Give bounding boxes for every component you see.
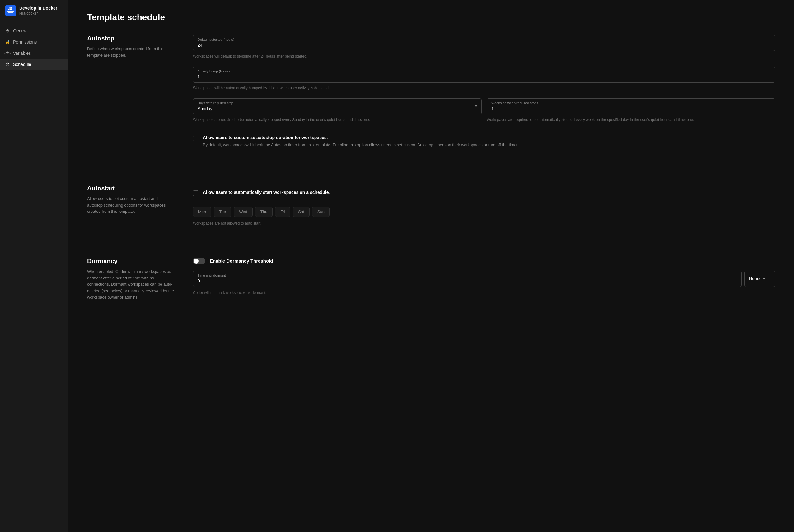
sidebar-item-label-variables: Variables — [13, 51, 31, 56]
code-icon: </> — [5, 51, 10, 56]
days-required-stop-inner: Days with required stop Sunday — [197, 101, 475, 111]
day-mon-button[interactable]: Mon — [193, 207, 211, 217]
sidebar-item-label-permissions: Permissions — [13, 39, 37, 44]
toggle-knob — [194, 259, 199, 264]
customize-autostop-label-block: Allow users to customize autostop durati… — [203, 135, 519, 148]
allow-autostart-checkbox[interactable] — [193, 190, 198, 196]
allow-autostart-row: Allow users to automatically start works… — [193, 185, 775, 202]
autostart-title: Autostart — [87, 185, 174, 192]
sidebar: Develop in Docker kira-docker ⚙ General … — [0, 0, 69, 532]
weeks-between-field: Weeks between required stops Workspaces … — [487, 98, 775, 122]
days-required-stop-label: Days with required stop — [197, 101, 475, 105]
customize-autostop-checkbox[interactable] — [193, 136, 198, 141]
dormancy-unit-value: Hours — [749, 276, 760, 281]
day-tue-button[interactable]: Tue — [214, 207, 231, 217]
autostart-days: Mon Tue Wed Thu Fri Sat Sun — [193, 207, 775, 217]
default-autostop-hint: Workspaces will default to stopping afte… — [193, 54, 775, 59]
day-sat-button[interactable]: Sat — [293, 207, 309, 217]
activity-bump-field: Activity bump (hours) Workspaces will be… — [193, 66, 775, 91]
autostop-title: Autostop — [87, 35, 174, 42]
dormancy-desc: When enabled, Coder will mark workspaces… — [87, 268, 174, 301]
days-required-hint: Workspaces are required to be automatica… — [193, 117, 481, 122]
dormancy-time-input[interactable] — [197, 279, 737, 283]
customize-autostop-title: Allow users to customize autostop durati… — [203, 135, 519, 140]
sidebar-item-label-schedule: Schedule — [13, 62, 31, 67]
sidebar-nav: ⚙ General 🔒 Permissions </> Variables ⏱ … — [0, 21, 68, 74]
dormancy-section: Dormancy When enabled, Coder will mark w… — [87, 258, 775, 313]
activity-bump-hint: Workspaces will be automatically bumped … — [193, 85, 775, 91]
weeks-between-label: Weeks between required stops — [491, 101, 771, 105]
day-sun-button[interactable]: Sun — [312, 207, 330, 217]
dormancy-title: Dormancy — [87, 258, 174, 265]
days-required-stop-select[interactable]: Days with required stop Sunday ▾ — [193, 98, 481, 114]
dormancy-toggle[interactable] — [193, 258, 205, 264]
autostop-section-left: Autostop Define when workspaces created … — [87, 35, 174, 153]
stop-schedule-row: Days with required stop Sunday ▾ Workspa… — [193, 98, 775, 122]
weeks-between-wrapper: Weeks between required stops — [487, 98, 775, 114]
days-required-stop-value: Sunday — [197, 106, 475, 111]
customize-autostop-desc: By default, workspaces will inherit the … — [203, 142, 519, 148]
activity-bump-wrapper: Activity bump (hours) — [193, 66, 775, 83]
day-wed-button[interactable]: Wed — [234, 207, 253, 217]
dormancy-time-label: Time until dormant — [197, 273, 737, 277]
activity-bump-input[interactable] — [197, 74, 771, 79]
main-content: Template schedule Autostop Define when w… — [69, 0, 794, 532]
default-autostop-input[interactable] — [197, 43, 771, 48]
autostart-not-allowed-hint: Workspaces are not allowed to auto start… — [193, 221, 775, 226]
gear-icon: ⚙ — [5, 28, 10, 33]
clock-icon: ⏱ — [5, 62, 10, 67]
autostart-section-right: Allow users to automatically start works… — [193, 185, 775, 226]
svg-rect-5 — [11, 7, 13, 9]
dormancy-toggle-label: Enable Dormancy Threshold — [210, 258, 273, 264]
days-required-stop-field: Days with required stop Sunday ▾ Workspa… — [193, 98, 481, 122]
sidebar-item-permissions[interactable]: 🔒 Permissions — [0, 36, 68, 48]
weeks-between-hint: Workspaces are required to be automatica… — [487, 117, 775, 122]
sidebar-app-info: Develop in Docker kira-docker — [19, 6, 57, 16]
autostart-section-left: Autostart Allow users to set custom auto… — [87, 185, 174, 226]
autostart-desc: Allow users to set custom autostart and … — [87, 196, 174, 215]
activity-bump-label: Activity bump (hours) — [197, 69, 771, 73]
docker-logo-icon — [5, 5, 16, 16]
sidebar-header: Develop in Docker kira-docker — [0, 0, 68, 21]
dormancy-time-row: Time until dormant Hours ▾ — [193, 271, 775, 287]
sidebar-item-variables[interactable]: </> Variables — [0, 48, 68, 59]
default-autostop-label: Default autostop (hours) — [197, 38, 771, 41]
sidebar-item-label-general: General — [13, 28, 29, 33]
dormancy-time-input-wrap: Time until dormant — [193, 271, 742, 287]
chevron-down-icon-dormancy: ▾ — [763, 276, 765, 281]
autostart-section: Autostart Allow users to set custom auto… — [87, 185, 775, 239]
dormancy-section-right: Enable Dormancy Threshold Time until dor… — [193, 258, 775, 301]
page-title: Template schedule — [87, 13, 775, 22]
dormancy-unit-select[interactable]: Hours ▾ — [744, 271, 775, 287]
default-autostop-field: Default autostop (hours) Workspaces will… — [193, 35, 775, 59]
app-subtitle: kira-docker — [19, 11, 38, 16]
weeks-between-input[interactable] — [491, 106, 771, 111]
dormancy-toggle-row: Enable Dormancy Threshold — [193, 258, 775, 264]
default-autostop-wrapper: Default autostop (hours) — [193, 35, 775, 51]
svg-rect-2 — [10, 9, 11, 10]
autostop-section: Autostop Define when workspaces created … — [87, 35, 775, 166]
svg-rect-3 — [11, 9, 13, 10]
day-thu-button[interactable]: Thu — [255, 207, 272, 217]
customize-autostop-row: Allow users to customize autostop durati… — [193, 130, 775, 153]
autostop-section-right: Default autostop (hours) Workspaces will… — [193, 35, 775, 153]
svg-rect-1 — [8, 9, 9, 10]
allow-autostart-title: Allow users to automatically start works… — [203, 190, 330, 195]
allow-autostart-label-block: Allow users to automatically start works… — [203, 190, 330, 197]
chevron-down-icon: ▾ — [475, 104, 477, 108]
sidebar-item-general[interactable]: ⚙ General — [0, 25, 68, 36]
autostop-desc: Define when workspaces created from this… — [87, 46, 174, 59]
app-name: Develop in Docker — [19, 6, 57, 11]
lock-icon: 🔒 — [5, 39, 10, 44]
svg-rect-4 — [10, 7, 11, 9]
dormancy-coder-hint: Coder will not mark workspaces as dorman… — [193, 290, 775, 296]
sidebar-item-schedule[interactable]: ⏱ Schedule — [0, 59, 68, 70]
dormancy-section-left: Dormancy When enabled, Coder will mark w… — [87, 258, 174, 301]
day-fri-button[interactable]: Fri — [275, 207, 290, 217]
